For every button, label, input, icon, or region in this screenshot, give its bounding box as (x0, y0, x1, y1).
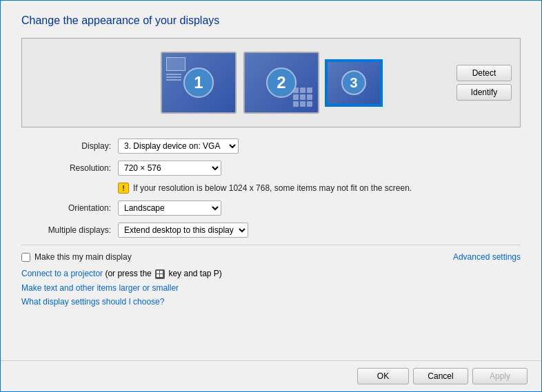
links-section: Connect to a projector (or press the key… (21, 269, 521, 307)
connect-projector-row: Connect to a projector (or press the key… (21, 269, 521, 279)
monitor-1[interactable]: 1 (161, 52, 237, 114)
connect-projector-text-pre: (or press the (103, 269, 154, 278)
grid-cell (293, 94, 299, 100)
display-select[interactable]: 1. Mobile PC Display 2. Display device o… (118, 138, 239, 154)
display-settings-link[interactable]: What display settings should I choose? (21, 297, 521, 307)
monitors-box: 1 (21, 38, 521, 127)
windows-key-icon (155, 269, 165, 279)
warning-text: If your resolution is below 1024 x 768, … (133, 183, 412, 193)
grid-cell (307, 94, 312, 100)
cancel-button[interactable]: Cancel (413, 368, 468, 384)
resolution-select[interactable]: 1920 × 1080 1280 × 1024 1024 × 768 800 ×… (118, 161, 221, 176)
display-label: Display: (21, 141, 118, 151)
divider (21, 245, 521, 245)
grid-cell (300, 101, 305, 107)
multiple-displays-select[interactable]: Duplicate these displays Extend desktop … (118, 223, 248, 238)
ok-button[interactable]: OK (357, 368, 409, 384)
warning-row: ! If your resolution is below 1024 x 768… (21, 183, 521, 194)
grid-cell (293, 101, 299, 107)
grid-cell (300, 87, 305, 93)
orientation-row: Orientation: Landscape Portrait Landscap… (21, 200, 521, 216)
advanced-settings-link[interactable]: Advanced settings (453, 252, 521, 262)
page-title: Change the appearance of your displays (21, 14, 521, 27)
monitor-2[interactable]: 2 (243, 52, 319, 114)
warning-icon: ! (118, 183, 129, 194)
main-display-label[interactable]: Make this my main display (21, 252, 132, 262)
display-settings-dialog: Change the appearance of your displays 1 (0, 0, 542, 392)
monitor-3-wrapper[interactable]: 3 (326, 61, 381, 105)
content-area: Change the appearance of your displays 1 (1, 1, 541, 360)
bottom-bar: OK Cancel Apply (1, 360, 541, 391)
grid-cell (300, 94, 305, 100)
monitor-1-screen-icon (166, 57, 185, 71)
resolution-label: Resolution: (21, 163, 118, 173)
monitor-2-badge: 2 (266, 68, 297, 98)
screen-line (166, 79, 181, 81)
grid-cell (307, 101, 312, 107)
multiple-displays-label: Multiple displays: (21, 225, 118, 235)
apply-button[interactable]: Apply (472, 368, 528, 384)
monitor-1-wrapper[interactable]: 1 (161, 52, 237, 114)
orientation-label: Orientation: (21, 203, 118, 213)
monitor-2-grid-icon (293, 87, 312, 107)
connect-projector-text-end: key and tap P) (166, 269, 222, 278)
screen-line (166, 74, 181, 75)
grid-cell (307, 87, 312, 93)
main-display-text: Make this my main display (34, 252, 132, 262)
orientation-select[interactable]: Landscape Portrait Landscape (flipped) P… (118, 200, 221, 216)
screen-line (166, 76, 181, 78)
monitor-2-wrapper[interactable]: 2 (243, 52, 319, 114)
monitor-1-badge: 1 (183, 68, 214, 98)
detect-button[interactable]: Detect (456, 65, 512, 81)
main-display-checkbox[interactable] (21, 253, 30, 262)
monitor-3[interactable]: 3 (326, 61, 381, 105)
multiple-displays-row: Multiple displays: Duplicate these displ… (21, 223, 521, 238)
connect-projector-link[interactable]: Connect to a projector (21, 269, 103, 278)
monitor-3-badge: 3 (341, 70, 366, 95)
monitor-1-lines (166, 74, 181, 81)
display-row: Display: 1. Mobile PC Display 2. Display… (21, 138, 521, 154)
resolution-row: Resolution: 1920 × 1080 1280 × 1024 1024… (21, 161, 521, 176)
main-display-row: Make this my main display Advanced setti… (21, 252, 521, 262)
identify-button[interactable]: Identify (456, 84, 512, 101)
detect-identify-buttons: Detect Identify (456, 65, 512, 101)
text-size-link[interactable]: Make text and other items larger or smal… (21, 283, 521, 293)
